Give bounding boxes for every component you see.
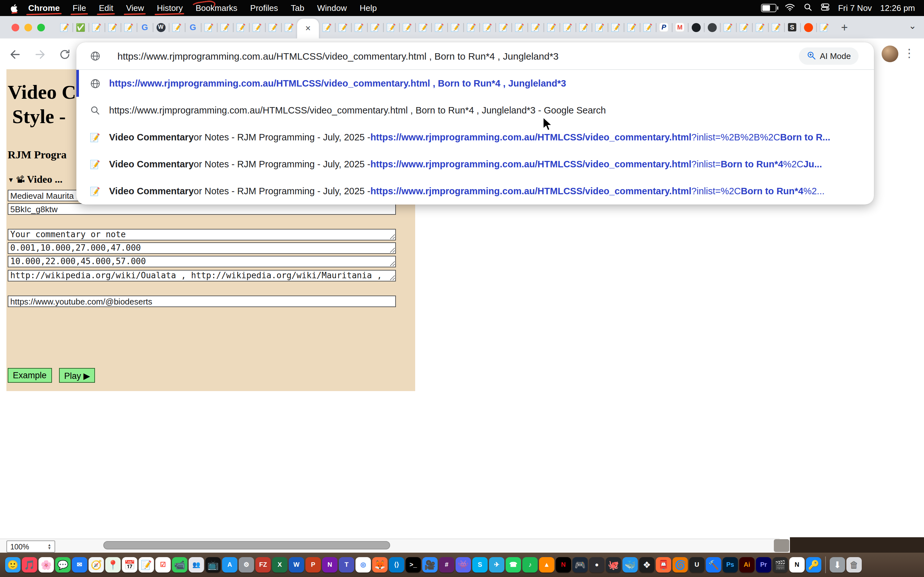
end-times-textarea[interactable]: 10.000,22.000,45.000,57.000 [8,256,396,268]
dock-icon-powerpoint[interactable]: P [305,557,321,572]
dock-icon-firefox[interactable]: 🦊 [372,557,388,572]
menu-history[interactable]: History [150,0,189,16]
omnibox-suggestion[interactable]: 📝Video Commentary or Notes - RJM Program… [76,177,874,205]
browser-tab[interactable]: 📝 [607,16,624,39]
browser-tab[interactable]: 📝 [624,16,640,39]
dock-icon-facetime[interactable]: 📹 [172,557,187,572]
browser-tab[interactable]: 📝 [201,16,217,39]
video-details-summary[interactable]: ▼ 📽 Video ... [8,174,63,185]
dock-icon-illustrator[interactable]: Ai [739,557,754,572]
menu-tab[interactable]: Tab [284,0,311,16]
browser-tab[interactable]: 📝 [479,16,495,39]
dock-icon-zoom[interactable]: 🎥 [422,557,438,572]
menu-help[interactable]: Help [353,0,383,16]
dock-icon-maps[interactable]: 📍 [105,557,121,572]
close-tab-icon[interactable]: ✕ [305,24,311,33]
browser-tab[interactable]: 📝 [335,16,351,39]
omnibox-suggestion[interactable]: 📝Video Commentary or Notes - RJM Program… [76,151,874,177]
browser-menu-button[interactable]: ⋮ [903,46,915,60]
minimize-window-button[interactable] [24,24,32,31]
dock-icon-trash[interactable]: 🗑 [846,557,862,572]
wiki-links-textarea[interactable]: http://wikipedia.org/wiki/Oualata , http… [8,270,396,282]
dock-icon-1password[interactable]: 🔑 [806,557,821,572]
dock-icon-music[interactable]: 🎵 [22,557,37,572]
zoom-widget[interactable]: 100% ▲▼ [6,540,55,553]
back-button[interactable] [8,47,23,61]
dock-icon-spotify[interactable]: ♪ [522,557,538,572]
dock-icon-reminders[interactable]: ☑ [155,557,171,572]
browser-tab[interactable]: 📝 [591,16,607,39]
browser-tab[interactable] [800,16,816,39]
omnibox-suggestion[interactable]: https://www.rjmprogramming.com.au/HTMLCS… [76,97,874,124]
dock-icon-docker[interactable]: 🐳 [622,557,638,572]
apple-menu-icon[interactable] [10,3,18,13]
start-times-textarea[interactable]: 0.001,10.000,27.000,47.000 [8,242,396,254]
browser-tab[interactable]: 📝 [640,16,656,39]
menu-window[interactable]: Window [311,0,354,16]
dock-icon-skype[interactable]: S [472,557,488,572]
browser-tab[interactable]: 📝 [281,16,297,39]
menu-profiles[interactable]: Profiles [244,0,284,16]
browser-tab[interactable] [688,16,704,39]
dock-icon-steam[interactable]: 🎮 [572,557,588,572]
browser-tab[interactable]: 📝 [89,16,105,39]
dock-icon-slack[interactable]: # [439,557,454,572]
browser-tab[interactable]: 📝 [752,16,768,39]
browser-tab[interactable]: G [185,16,201,39]
browser-tab[interactable]: 📝 [768,16,784,39]
dock-icon-postman[interactable]: 📮 [656,557,671,572]
control-center-icon[interactable] [821,3,830,13]
dock-icon-premiere[interactable]: Pr [756,557,771,572]
browser-tab[interactable]: 📝 [431,16,447,39]
dock-icon-blender[interactable]: 🌀 [672,557,688,572]
dock-icon-word[interactable]: W [289,557,304,572]
dock-icon-filezilla[interactable]: FZ [255,557,271,572]
close-window-button[interactable] [11,24,19,31]
dock-icon-figma[interactable]: ❖ [639,557,654,572]
browser-tab[interactable]: 📝 [105,16,121,39]
dock-icon-vscode[interactable]: ⟨⟩ [389,557,404,572]
browser-tab[interactable]: 📝 [736,16,752,39]
commentary-textarea[interactable]: Your commentary or note [8,229,396,240]
zoom-down-icon[interactable]: ▼ [47,546,51,550]
dock-icon-safari[interactable]: 🧭 [89,557,104,572]
browser-tab[interactable]: 📝 [559,16,575,39]
omnibox-suggestion[interactable]: https://www.rjmprogramming.com.au/HTMLCS… [76,70,874,97]
forward-button[interactable] [33,47,47,61]
browser-tab[interactable]: 📝 [217,16,233,39]
dock-icon-downloads[interactable]: ⬇ [830,557,845,572]
menubar-time[interactable]: 12:26 pm [880,3,915,13]
dock-icon-tv[interactable]: 📺 [205,557,221,572]
browser-tab[interactable]: 📝 [463,16,479,39]
dock-icon-terminal[interactable]: >_ [405,557,421,572]
dock-icon-davinci[interactable]: 🎬 [772,557,788,572]
zoom-stepper[interactable]: ▲▼ [47,543,51,550]
browser-tab[interactable]: 📝 [511,16,527,39]
browser-tab[interactable]: 📝 [249,16,265,39]
profile-avatar[interactable] [882,45,898,62]
browser-tab[interactable]: P [656,16,672,39]
ai-mode-button[interactable]: AI Mode [798,47,859,65]
browser-tab[interactable]: 📝 [720,16,736,39]
browser-tab[interactable]: 📝 [57,16,73,39]
example-button[interactable]: Example [8,368,52,383]
menu-file[interactable]: File [66,0,92,16]
browser-tab[interactable]: 📝 [399,16,415,39]
dock-icon-github[interactable]: 🐙 [606,557,621,572]
dock-icon-settings[interactable]: ⚙ [239,557,254,572]
omnibox[interactable]: https://www.rjmprogramming.com.au/HTMLCS… [76,42,874,69]
omnibox-input[interactable]: https://www.rjmprogramming.com.au/HTMLCS… [118,50,559,61]
menu-chrome[interactable]: Chrome [22,0,66,16]
channel-url-input[interactable] [8,295,396,307]
dock-icon-notion[interactable]: N [789,557,804,572]
dock-icon-photos[interactable]: 🌸 [39,557,54,572]
dock-icon-discord[interactable]: 👾 [456,557,471,572]
browser-tab[interactable]: 📝 [447,16,463,39]
dock-icon-photoshop[interactable]: Ps [722,557,738,572]
browser-tab[interactable]: 📝 [319,16,335,39]
browser-tab[interactable]: 📝 [233,16,249,39]
dock-icon-teams[interactable]: T [339,557,354,572]
menu-edit[interactable]: Edit [92,0,120,16]
new-tab-button[interactable]: + [836,19,853,36]
browser-tab[interactable]: 📝 [816,16,832,39]
